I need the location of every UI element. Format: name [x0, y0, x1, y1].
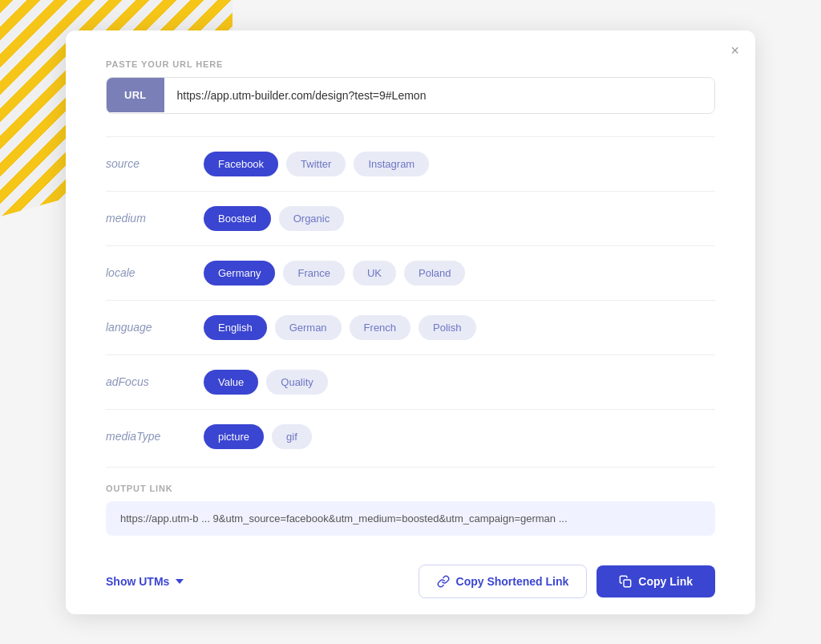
chain-link-icon	[437, 575, 450, 588]
chip-medium-organic[interactable]: Organic	[279, 206, 345, 231]
param-row-source: sourceFacebookTwitterInstagram	[106, 136, 715, 191]
url-badge: URL	[107, 78, 164, 112]
copy-shortened-label: Copy Shortened Link	[456, 575, 569, 588]
params-container: sourceFacebookTwitterInstagrammediumBoos…	[106, 136, 715, 464]
close-button[interactable]: ×	[730, 43, 739, 58]
chip-mediaType-picture[interactable]: picture	[204, 424, 264, 449]
chip-locale-poland[interactable]: Poland	[404, 261, 465, 286]
param-row-medium: mediumBoostedOrganic	[106, 191, 715, 245]
chip-locale-uk[interactable]: UK	[353, 261, 396, 286]
param-label-medium: medium	[106, 212, 194, 225]
chips-group-language: EnglishGermanFrenchPolish	[204, 315, 476, 340]
chips-group-medium: BoostedOrganic	[204, 206, 344, 231]
svg-rect-0	[624, 580, 631, 587]
chip-language-german[interactable]: German	[275, 315, 342, 340]
chip-source-instagram[interactable]: Instagram	[354, 152, 429, 176]
copy-shortened-link-button[interactable]: Copy Shortened Link	[419, 565, 588, 598]
param-row-mediaType: mediaTypepicturegif	[106, 409, 715, 464]
copy-link-label: Copy Link	[638, 575, 693, 588]
param-label-locale: locale	[106, 266, 194, 279]
output-label: OUTPUT LINK	[106, 484, 715, 493]
chip-adFocus-quality[interactable]: Quality	[266, 370, 327, 395]
chip-locale-germany[interactable]: Germany	[204, 261, 275, 286]
chip-mediaType-gif[interactable]: gif	[272, 424, 312, 449]
output-link-box: https://app.utm-b ... 9&utm_source=faceb…	[106, 501, 715, 536]
url-input-row: URL	[106, 77, 715, 114]
url-input[interactable]	[164, 78, 715, 113]
show-utms-label: Show UTMs	[106, 575, 169, 588]
chips-group-locale: GermanyFranceUKPoland	[204, 261, 465, 286]
main-card: × PASTE YOUR URL HERE URL sourceFacebook…	[66, 30, 755, 614]
chips-group-adFocus: ValueQuality	[204, 370, 328, 395]
output-section: OUTPUT LINK https://app.utm-b ... 9&utm_…	[106, 467, 715, 536]
param-row-language: languageEnglishGermanFrenchPolish	[106, 300, 715, 354]
footer: Show UTMs Copy Shortened Link Copy Link	[106, 552, 715, 614]
chevron-down-icon	[176, 579, 184, 584]
chips-group-mediaType: picturegif	[204, 424, 312, 449]
chip-adFocus-value[interactable]: Value	[204, 370, 258, 395]
chip-language-french[interactable]: French	[350, 315, 410, 340]
copy-link-button[interactable]: Copy Link	[597, 565, 715, 597]
param-label-mediaType: mediaType	[106, 430, 194, 443]
param-label-language: language	[106, 321, 194, 334]
chip-source-twitter[interactable]: Twitter	[286, 152, 346, 176]
param-label-source: source	[106, 157, 194, 170]
chip-locale-france[interactable]: France	[283, 261, 344, 286]
param-row-locale: localeGermanyFranceUKPoland	[106, 245, 715, 300]
param-label-adFocus: adFocus	[106, 375, 194, 388]
chips-group-source: FacebookTwitterInstagram	[204, 152, 429, 176]
param-row-adFocus: adFocusValueQuality	[106, 354, 715, 409]
chip-language-polish[interactable]: Polish	[419, 315, 475, 340]
chip-medium-boosted[interactable]: Boosted	[204, 206, 271, 231]
show-utms-button[interactable]: Show UTMs	[106, 575, 184, 588]
url-section-label: PASTE YOUR URL HERE	[106, 59, 715, 69]
chip-language-english[interactable]: English	[204, 315, 267, 340]
copy-icon	[619, 575, 632, 588]
chip-source-facebook[interactable]: Facebook	[204, 152, 278, 176]
